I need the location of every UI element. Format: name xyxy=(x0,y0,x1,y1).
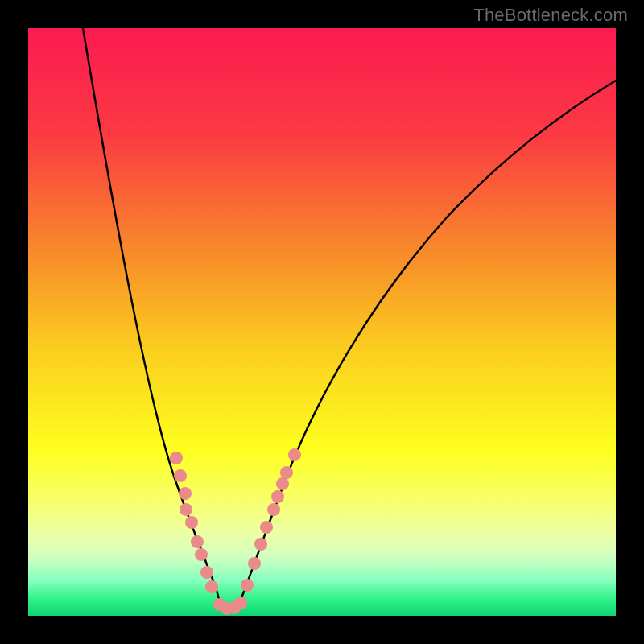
marker-dot xyxy=(267,503,280,516)
chart-svg xyxy=(28,28,616,616)
bottleneck-curve-right xyxy=(237,80,616,608)
watermark-text: TheBottleneck.com xyxy=(473,5,628,26)
marker-dot xyxy=(288,448,301,461)
marker-dot xyxy=(185,516,198,529)
marker-dot xyxy=(174,469,187,482)
marker-dot xyxy=(170,452,183,464)
marker-dot xyxy=(191,535,204,548)
marker-dot xyxy=(254,538,267,551)
marker-dot xyxy=(234,597,247,609)
marker-dot xyxy=(260,521,273,534)
marker-dot xyxy=(276,477,289,490)
marker-dot xyxy=(179,487,192,500)
marker-dot xyxy=(200,566,213,579)
marker-dot xyxy=(248,557,261,570)
highlighted-markers xyxy=(170,448,301,615)
marker-dot xyxy=(280,466,293,479)
marker-dot xyxy=(271,490,284,503)
marker-dot xyxy=(195,548,208,561)
marker-dot xyxy=(180,503,192,516)
marker-dot xyxy=(241,579,254,592)
chart-plot-area xyxy=(28,28,616,616)
marker-dot xyxy=(205,580,218,593)
bottleneck-curve-left xyxy=(83,28,221,608)
